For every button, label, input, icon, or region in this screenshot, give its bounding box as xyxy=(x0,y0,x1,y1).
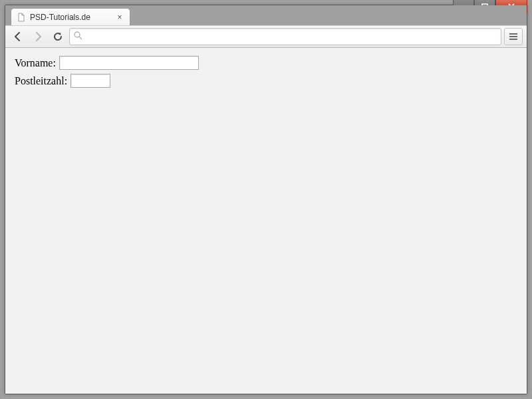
plz-input[interactable] xyxy=(70,74,110,88)
search-icon xyxy=(74,31,82,43)
close-tab-icon[interactable]: × xyxy=(115,13,124,22)
form-row-vorname: Vorname: xyxy=(15,56,517,70)
tab-title: PSD-Tutorials.de xyxy=(30,13,111,22)
svg-point-2 xyxy=(74,32,80,37)
vorname-input[interactable] xyxy=(59,56,199,70)
form-row-plz: Postleitzahl: xyxy=(15,74,517,88)
arrow-right-icon xyxy=(32,31,44,43)
page-content: Vorname: Postleitzahl: xyxy=(5,48,527,394)
tab-strip: PSD-Tutorials.de × xyxy=(5,5,527,25)
svg-rect-6 xyxy=(509,39,517,40)
reload-button[interactable] xyxy=(49,28,66,45)
svg-line-3 xyxy=(79,37,82,39)
svg-rect-4 xyxy=(509,33,517,35)
forward-button[interactable] xyxy=(29,28,47,45)
address-bar[interactable] xyxy=(69,28,501,45)
reload-icon xyxy=(53,31,63,42)
browser-toolbar xyxy=(5,25,527,48)
file-icon xyxy=(17,13,26,22)
url-input[interactable] xyxy=(86,32,497,42)
browser-tab[interactable]: PSD-Tutorials.de × xyxy=(11,8,130,25)
arrow-left-icon xyxy=(12,31,24,43)
vorname-label: Vorname: xyxy=(15,57,56,69)
menu-button[interactable] xyxy=(504,28,523,45)
hamburger-icon xyxy=(509,33,518,41)
plz-label: Postleitzahl: xyxy=(15,75,67,87)
os-window-frame: PSD-Tutorials.de × xyxy=(0,0,532,399)
svg-rect-5 xyxy=(509,36,517,37)
browser-window: PSD-Tutorials.de × xyxy=(5,5,527,394)
back-button[interactable] xyxy=(9,28,27,45)
